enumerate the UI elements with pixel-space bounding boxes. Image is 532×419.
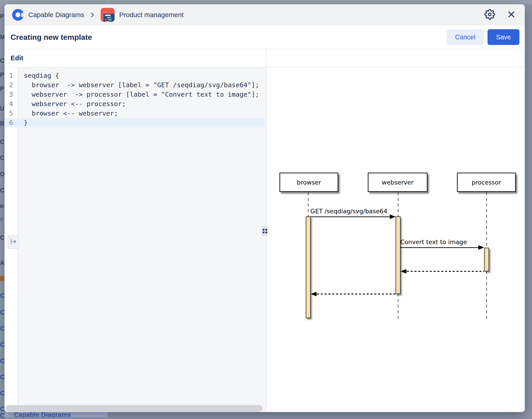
activation-browser	[306, 216, 311, 318]
bg-fragment: Ul	[0, 105, 4, 112]
backdrop-divider	[107, 0, 108, 4]
bg-fragment: n	[0, 203, 4, 210]
bg-logo-fragment: C	[0, 341, 4, 348]
message-label: GET /seqdiag/svg/base64	[304, 208, 394, 215]
bg-logo-fragment: C	[0, 357, 4, 365]
bg-fragment: M	[0, 34, 4, 41]
pane-resize-handle[interactable]	[262, 225, 268, 236]
message-label: Convert text to image	[389, 238, 479, 246]
bg-fragment: Ca	[0, 138, 4, 145]
backdrop-left-strip: Pr M Cl Pr Pr Ul By Ca Ca O Cl n ≡ Cr AP…	[0, 4, 4, 412]
grip-dots-icon	[263, 229, 267, 233]
actor-box-webserver: webserver	[368, 173, 428, 192]
arrowhead-left-icon	[311, 292, 317, 296]
bg-logo-fragment: C	[0, 292, 4, 300]
backdrop-divider	[107, 412, 108, 419]
sidebar-expand-toggle[interactable]	[8, 235, 19, 249]
bg-fragment: O	[0, 171, 4, 178]
bg-fragment: Cl	[0, 187, 4, 194]
arrowhead-right-icon	[478, 245, 484, 250]
message-line	[311, 216, 390, 217]
bg-fragment: Pr	[0, 85, 4, 92]
backdrop-bottom: C Capable Diagrams	[0, 412, 532, 419]
bg-fragment: Ca	[0, 155, 4, 161]
message-line	[401, 247, 478, 248]
bg-fragment: Cl	[0, 57, 4, 64]
bg-logo-fragment: C	[0, 405, 4, 412]
bg-selected-nav-label: Capable Diagrams	[14, 412, 71, 418]
bg-fragment: ≡	[0, 216, 4, 223]
actor-label: processor	[471, 179, 501, 186]
activation-processor	[484, 248, 489, 271]
activation-webserver	[396, 216, 401, 294]
return-line	[317, 294, 396, 294]
arrowhead-left-icon	[401, 269, 406, 274]
backdrop-right	[525, 4, 532, 412]
bg-logo-fragment: C	[0, 308, 4, 316]
bg-fragment: AP	[0, 260, 4, 267]
template-editor-dialog: Capable Diagrams Product managemen	[4, 4, 525, 412]
actor-label: webserver	[382, 179, 413, 186]
bg-logo-fragment: C	[0, 325, 4, 332]
bar-arrow-right-icon	[10, 238, 17, 246]
bg-fragment: Pr	[0, 71, 4, 79]
actor-box-processor: processor	[457, 173, 516, 192]
screen: Pr M Cl Pr Pr Ul By Ca Ca O Cl n ≡ Cr AP…	[0, 0, 532, 419]
bg-fragment: Cr	[0, 234, 4, 241]
bg-fragment: By	[0, 120, 4, 127]
arrowhead-right-icon	[390, 214, 396, 219]
return-line	[407, 271, 484, 272]
actor-label: browser	[297, 179, 321, 186]
backdrop-top	[0, 0, 532, 4]
bg-bottom-shade	[4, 418, 107, 419]
sequence-diagram: browser webserver processor GET /seqdiag…	[4, 4, 525, 412]
bg-logo-fragment: C	[0, 373, 4, 381]
bg-fragment: Pr	[0, 13, 4, 20]
bg-logo-fragment: C	[0, 389, 4, 397]
actor-box-browser: browser	[279, 173, 338, 192]
bg-selected-nav-item: Capable Diagrams	[4, 412, 107, 418]
bg-orange-icon	[0, 276, 4, 281]
